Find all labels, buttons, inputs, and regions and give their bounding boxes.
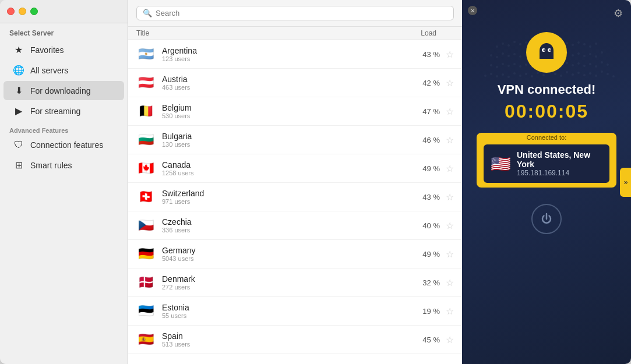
sidebar-item-for-downloading[interactable]: ⬇ For downloading	[3, 81, 124, 100]
favorite-star-icon[interactable]: ☆	[446, 220, 454, 231]
table-row[interactable]: 🇨🇭 Switzerland 971 users 43 % ☆	[128, 183, 462, 211]
server-info: Belgium 530 users	[162, 103, 405, 119]
svg-point-65	[519, 75, 521, 77]
search-input[interactable]	[156, 9, 447, 17]
table-row[interactable]: 🇧🇪 Belgium 530 users 47 % ☆	[128, 97, 462, 126]
close-right-button[interactable]: ✕	[468, 6, 477, 15]
svg-point-36	[595, 55, 597, 58]
sidebar-item-all-servers[interactable]: 🌐 All servers	[3, 61, 124, 80]
table-row[interactable]: 🇪🇸 Spain 513 users 45 % ☆	[128, 326, 462, 354]
svg-point-32	[572, 54, 574, 56]
favorite-star-icon[interactable]: ☆	[446, 163, 454, 174]
connected-info: United States, New York 195.181.169.114	[517, 150, 602, 177]
maximize-button[interactable]	[30, 8, 38, 15]
search-input-wrap[interactable]: 🔍	[136, 6, 454, 20]
favorite-star-icon[interactable]: ☆	[446, 249, 454, 260]
svg-point-2	[507, 44, 510, 47]
sidebar-item-favorites[interactable]: ★ Favorites	[3, 40, 124, 59]
server-users: 130 users	[162, 141, 405, 148]
server-users: 1258 users	[162, 169, 405, 176]
svg-point-39	[496, 66, 498, 68]
minimize-button[interactable]	[19, 8, 26, 15]
svg-point-0	[496, 45, 498, 48]
svg-point-62	[502, 73, 504, 76]
col-title-header: Title	[136, 29, 407, 37]
sidebar-item-smart-rules[interactable]: ⊞ Smart rules	[3, 156, 124, 175]
close-button[interactable]	[7, 8, 15, 15]
favorite-star-icon[interactable]: ☆	[446, 277, 454, 288]
svg-point-18	[490, 54, 492, 56]
vpn-logo	[526, 32, 567, 73]
svg-rect-83	[540, 51, 554, 59]
svg-point-76	[583, 74, 586, 76]
favorite-star-icon[interactable]: ☆	[446, 192, 454, 203]
svg-point-52	[572, 64, 574, 66]
table-row[interactable]: 🇩🇰 Denmark 272 users 32 % ☆	[128, 268, 462, 297]
svg-point-40	[502, 63, 504, 65]
svg-point-64	[513, 72, 516, 75]
server-info: Czechia 336 users	[162, 217, 405, 234]
favorite-star-icon[interactable]: ☆	[446, 49, 454, 60]
server-info: Spain 513 users	[162, 331, 405, 348]
app-window: Select Server ★ Favorites 🌐 All servers …	[0, 0, 631, 364]
svg-point-56	[595, 65, 597, 68]
server-load: 42 %	[405, 79, 440, 87]
server-users: 123 users	[162, 55, 405, 62]
svg-point-54	[583, 65, 586, 67]
sidebar-item-for-streaming[interactable]: ▶ For streaming	[3, 101, 124, 121]
svg-point-55	[589, 63, 591, 65]
server-load: 47 %	[405, 107, 440, 116]
search-bar: 🔍	[128, 0, 462, 27]
connected-to-label: Connected to:	[484, 134, 609, 141]
vpn-status-text: VPN connected!	[498, 82, 596, 97]
power-button[interactable]	[531, 204, 562, 234]
favorite-star-icon[interactable]: ☆	[446, 334, 454, 345]
favorite-star-icon[interactable]: ☆	[446, 106, 454, 117]
table-row[interactable]: 🇪🇪 Estonia 55 users 19 % ☆	[128, 297, 462, 326]
sidebar-item-connection-features[interactable]: 🛡 Connection features	[3, 136, 124, 154]
table-row[interactable]: 🇨🇦 Canada 1258 users 49 % ☆	[128, 154, 462, 183]
svg-point-3	[513, 41, 516, 43]
svg-point-78	[595, 75, 597, 77]
favorite-star-icon[interactable]: ☆	[446, 306, 454, 317]
svg-point-44	[525, 63, 527, 66]
server-load: 49 %	[405, 250, 440, 259]
flag-icon: 🇨🇿	[136, 216, 155, 235]
flag-icon: 🇨🇦	[136, 159, 155, 178]
server-name: Estonia	[162, 303, 405, 312]
favorite-star-icon[interactable]: ☆	[446, 135, 454, 146]
server-load: 46 %	[405, 136, 440, 144]
server-name: Bulgaria	[162, 132, 405, 141]
server-list: 🇦🇷 Argentina 123 users 43 % ☆ 🇦🇹 Austria…	[128, 40, 462, 364]
svg-point-17	[595, 43, 597, 45]
svg-point-41	[507, 65, 510, 67]
svg-point-53	[577, 62, 580, 65]
svg-point-73	[566, 71, 568, 73]
sidebar-item-favorites-label: Favorites	[30, 45, 64, 55]
svg-point-23	[519, 55, 521, 58]
server-info: Switzerland 971 users	[162, 189, 405, 205]
table-row[interactable]: 🇦🇷 Argentina 123 users 43 % ☆	[128, 40, 462, 69]
table-row[interactable]: 🇧🇬 Bulgaria 130 users 46 % ☆	[128, 126, 462, 154]
gear-icon[interactable]: ⚙	[614, 7, 623, 20]
svg-point-5	[525, 41, 527, 44]
table-row[interactable]: 🇦🇹 Austria 463 users 42 % ☆	[128, 69, 462, 97]
table-row[interactable]: 🇩🇪 Germany 5043 users 49 % ☆	[128, 240, 462, 268]
server-load: 32 %	[405, 278, 440, 287]
collapse-icon: »	[624, 178, 628, 186]
shield-icon: 🛡	[13, 140, 24, 150]
svg-point-80	[607, 73, 609, 75]
collapse-button[interactable]: »	[620, 168, 631, 197]
server-load: 43 %	[405, 193, 440, 202]
server-load: 45 %	[405, 335, 440, 344]
svg-point-57	[601, 61, 603, 63]
grid-icon: ⊞	[13, 160, 24, 171]
vpn-timer: 00:00:05	[505, 101, 588, 122]
svg-point-43	[519, 65, 521, 68]
svg-point-19	[496, 56, 498, 58]
sidebar-item-connection-features-label: Connection features	[30, 140, 103, 150]
table-row[interactable]: 🇨🇿 Czechia 336 users 40 % ☆	[128, 211, 462, 240]
favorite-star-icon[interactable]: ☆	[446, 77, 454, 89]
sidebar-item-for-downloading-label: For downloading	[30, 86, 91, 96]
server-name: Belgium	[162, 103, 405, 112]
